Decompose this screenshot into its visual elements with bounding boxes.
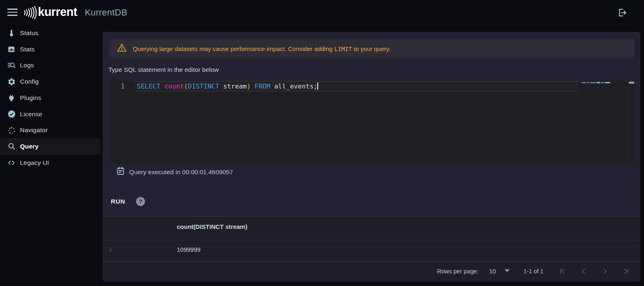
sql-token-plain: all_events; xyxy=(270,82,318,90)
logout-icon[interactable] xyxy=(616,7,628,20)
sql-token-keyword: FROM xyxy=(255,82,270,90)
editor-gutter: 1 xyxy=(110,82,134,91)
minimap-mark xyxy=(582,82,586,83)
kurrentdb-app: kurrent KurrentDB StatusStatsLogsConfigP… xyxy=(0,0,644,286)
minimap-mark xyxy=(605,82,610,83)
search-icon xyxy=(7,142,16,151)
sidebar-item-label: Legacy UI xyxy=(20,159,49,166)
execution-time-text: Query executed in 00:00:01.4609057 xyxy=(129,168,233,176)
chevron-down-icon[interactable] xyxy=(505,269,510,272)
sidebar-item-legacy-ui[interactable]: Legacy UI xyxy=(0,155,101,171)
brand-wordmark: kurrent xyxy=(38,5,77,19)
sidebar-item-label: Stats xyxy=(20,46,35,53)
rows-per-page-label: Rows per page: xyxy=(437,268,479,275)
license-badge-icon xyxy=(7,110,16,119)
thermometer-icon xyxy=(7,29,16,38)
warning-banner: Querying large datasets may cause perfor… xyxy=(109,39,635,58)
sidebar-item-status[interactable]: Status xyxy=(0,25,101,41)
warning-text: Querying large datasets may cause perfor… xyxy=(133,45,391,52)
sidebar-nav: StatusStatsLogsConfigPluginsLicenseNavig… xyxy=(0,24,101,286)
minimap-mark xyxy=(590,82,596,83)
navigator-dots-icon xyxy=(7,126,16,135)
line-number: 1 xyxy=(121,82,125,91)
editor-scrollbar[interactable] xyxy=(628,81,634,164)
minimap-mark xyxy=(601,82,604,83)
rows-per-page-select[interactable]: 10 xyxy=(489,268,496,275)
editor-instruction-label: Type SQL statement in the editor below xyxy=(108,66,219,73)
sql-token-plain: stream xyxy=(219,82,246,90)
sql-token-keyword: DISTINCT xyxy=(188,82,219,90)
sidebar-item-label: License xyxy=(20,111,42,118)
editor-minimap[interactable] xyxy=(582,82,610,83)
next-page-button[interactable] xyxy=(600,267,609,276)
hamburger-menu-icon[interactable] xyxy=(7,9,18,16)
sql-token-keyword: SELECT xyxy=(137,82,164,90)
sidebar-item-logs[interactable]: Logs xyxy=(0,57,101,73)
sql-token-paren: ( xyxy=(184,82,188,90)
sidebar-item-label: Status xyxy=(20,29,38,37)
gear-icon xyxy=(7,77,16,86)
sidebar-item-label: Navigator xyxy=(20,126,48,134)
sidebar-item-label: Config xyxy=(20,78,39,85)
execution-time-icon xyxy=(116,166,125,178)
sql-editor[interactable]: 1 SELECT count(DISTINCT stream) FROM all… xyxy=(110,81,634,164)
header-divider xyxy=(103,240,640,240)
top-bar: kurrent KurrentDB xyxy=(0,0,644,24)
last-page-button[interactable] xyxy=(622,267,631,276)
log-search-icon xyxy=(7,61,16,70)
result-cell-value: 1099999 xyxy=(177,246,200,253)
sidebar-item-license[interactable]: License xyxy=(0,106,101,122)
sidebar-item-label: Logs xyxy=(20,62,34,69)
minimap-mark xyxy=(587,82,589,83)
scrollbar-thumb[interactable] xyxy=(629,82,634,84)
sql-token-function: count xyxy=(164,82,184,90)
row-expand-chevron-icon[interactable] xyxy=(106,246,114,255)
first-page-button[interactable] xyxy=(558,267,567,276)
warning-triangle-icon xyxy=(116,42,127,55)
sidebar-item-plugins[interactable]: Plugins xyxy=(0,90,101,106)
sidebar-item-query[interactable]: Query xyxy=(0,138,101,155)
sidebar-item-config[interactable]: Config xyxy=(0,73,101,90)
pagination-range: 1-1 of 1 xyxy=(523,268,543,275)
previous-page-button[interactable] xyxy=(579,267,588,276)
sql-token-plain xyxy=(251,82,255,90)
row-divider xyxy=(103,261,640,262)
bar-chart-icon xyxy=(7,45,16,54)
sidebar-item-stats[interactable]: Stats xyxy=(0,41,101,58)
help-icon[interactable]: ? xyxy=(136,197,145,206)
minimap-mark xyxy=(596,82,600,83)
results-column-header: count(DISTINCT stream) xyxy=(177,223,247,230)
text-cursor xyxy=(317,82,318,90)
sql-token-paren: ) xyxy=(247,82,251,90)
run-button[interactable]: RUN xyxy=(111,198,125,205)
plug-icon xyxy=(7,93,16,102)
kurrent-logo-icon xyxy=(23,5,37,22)
sidebar-item-label: Plugins xyxy=(20,94,41,102)
sql-code-line[interactable]: SELECT count(DISTINCT stream) FROM all_e… xyxy=(137,82,318,91)
sidebar-item-navigator[interactable]: Navigator xyxy=(0,122,101,138)
sidebar-item-label: Query xyxy=(20,143,39,150)
app-title: KurrentDB xyxy=(85,7,127,18)
code-brackets-icon xyxy=(7,158,16,167)
